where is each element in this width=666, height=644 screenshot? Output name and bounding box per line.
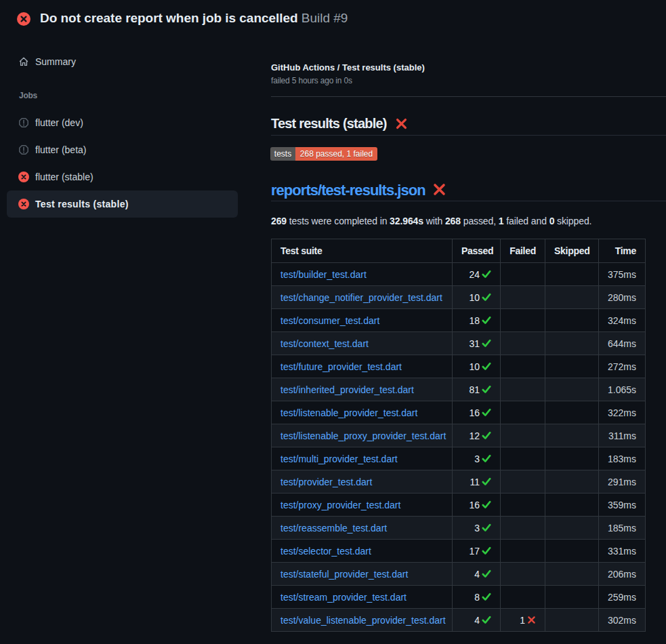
failed-status-icon [18,172,29,182]
test-suite-link[interactable]: test/proxy_provider_test.dart [280,500,400,510]
table-row: test/listenable_provider_test.dart16322m… [272,401,646,424]
test-suite-link[interactable]: test/future_provider_test.dart [280,361,402,372]
check-icon [482,293,491,302]
empty-cell [501,286,545,309]
table-body: test/builder_test.dart24375mstest/change… [272,263,646,632]
check-icon [482,362,491,371]
passed-count-cell: 10 [453,286,501,309]
test-suite-link[interactable]: test/stream_provider_test.dart [280,592,407,603]
check-icon [482,316,491,325]
cancelled-status-icon [18,144,29,155]
summary-text: with [423,216,445,226]
failed-status-icon [17,12,30,26]
run-meta: failed 5 hours ago in 0s [271,76,352,85]
empty-cell [501,401,545,424]
summary-text: tests were completed in [287,216,390,226]
sidebar-item-summary[interactable]: Summary [7,48,238,75]
column-header-failed: Failed [501,239,545,263]
empty-cell [545,286,599,309]
test-suite-link[interactable]: test/listenable_provider_test.dart [280,407,417,418]
passed-count-cell: 4 [453,563,501,586]
empty-cell [501,424,545,447]
test-suite-link[interactable]: test/multi_provider_test.dart [280,454,398,464]
time-cell: 259ms [599,586,646,609]
empty-cell [545,355,599,378]
empty-cell [545,378,599,401]
summary-count: 269 [271,216,287,226]
test-suite-link[interactable]: test/inherited_provider_test.dart [280,384,414,395]
empty-cell [545,309,599,332]
home-icon [18,56,29,67]
check-icon [482,339,491,348]
sidebar-item-flutter-stable[interactable]: flutter (stable) [7,163,238,190]
table-row: test/consumer_test.dart18324ms [272,309,646,332]
check-title-row: Test results (stable) [271,116,666,136]
empty-cell [501,517,545,540]
time-cell: 280ms [599,286,646,309]
empty-cell [501,447,545,470]
time-cell: 206ms [599,563,646,586]
time-cell: 272ms [599,355,646,378]
test-suite-link[interactable]: test/builder_test.dart [280,269,367,280]
check-icon [482,592,491,601]
empty-cell [501,378,545,401]
passed-count-cell: 11 [453,470,501,494]
sidebar-item-test-results-stable[interactable]: Test results (stable) [7,190,238,218]
passed-count-cell: 31 [453,332,501,355]
column-header-test-suite: Test suite [272,239,453,263]
check-icon [482,270,491,279]
passed-count-cell: 81 [453,378,501,401]
empty-cell [545,424,599,447]
empty-cell [501,355,545,378]
test-suite-link[interactable]: test/change_notifier_provider_test.dart [280,292,442,303]
report-heading-row: reports/test-results.json [271,182,666,201]
check-icon [482,477,491,486]
summary-count: 32.964s [390,216,423,226]
test-suite-link[interactable]: test/selector_test.dart [280,546,371,557]
failed-count-cell: 1 [501,609,545,632]
test-suite-link[interactable]: test/consumer_test.dart [280,315,379,326]
passed-count-cell: 16 [453,494,501,517]
badge-value: 268 passed, 1 failed [295,147,377,161]
breadcrumb: GitHub Actions / Test results (stable) [271,62,425,73]
cross-mark-icon [432,182,446,197]
sidebar-item-label: flutter (beta) [35,144,86,155]
table-row: test/inherited_provider_test.dart811.065… [272,378,646,401]
check-run-panel: GitHub Actions / Test results (stable) f… [270,0,666,644]
table-row: test/reassemble_test.dart3185ms [272,517,646,540]
table-row: test/context_test.dart31644ms [272,332,646,355]
empty-cell [501,586,545,609]
empty-cell [545,263,599,286]
check-icon [482,616,491,624]
summary-text: skipped. [554,216,591,226]
summary-count: 268 [445,216,461,226]
check-icon [482,569,491,578]
empty-cell [545,332,599,355]
test-suite-link[interactable]: test/listenable_proxy_provider_test.dart [280,430,446,441]
table-header-row: Test suitePassedFailedSkippedTime [272,239,646,263]
test-suite-link[interactable]: test/stateful_provider_test.dart [280,569,408,580]
badge-label: tests [270,147,295,161]
check-icon [482,546,491,555]
sidebar-item-flutter-beta[interactable]: flutter (beta) [7,136,238,163]
time-cell: 1.065s [599,378,646,401]
test-summary-line: 269 tests were completed in 32.964s with… [271,216,591,226]
test-suite-link[interactable]: test/value_listenable_provider_test.dart [280,615,446,626]
table-row: test/value_listenable_provider_test.dart… [272,609,646,632]
sidebar-item-flutter-dev[interactable]: flutter (dev) [7,109,238,136]
empty-cell [545,609,599,632]
empty-cell [545,540,599,563]
test-suite-link[interactable]: test/reassemble_test.dart [280,523,387,534]
check-icon [482,431,491,440]
test-suite-link[interactable]: test/provider_test.dart [280,477,372,487]
check-icon [482,523,491,532]
table-row: test/stream_provider_test.dart8259ms [272,586,646,609]
report-file-link[interactable]: reports/test-results.json [271,182,425,199]
sidebar-item-label: flutter (stable) [35,172,93,182]
time-cell: 291ms [599,470,646,494]
empty-cell [501,563,545,586]
empty-cell [545,517,599,540]
time-cell: 183ms [599,447,646,470]
test-suite-link[interactable]: test/context_test.dart [280,338,369,349]
header-divider [271,96,666,97]
